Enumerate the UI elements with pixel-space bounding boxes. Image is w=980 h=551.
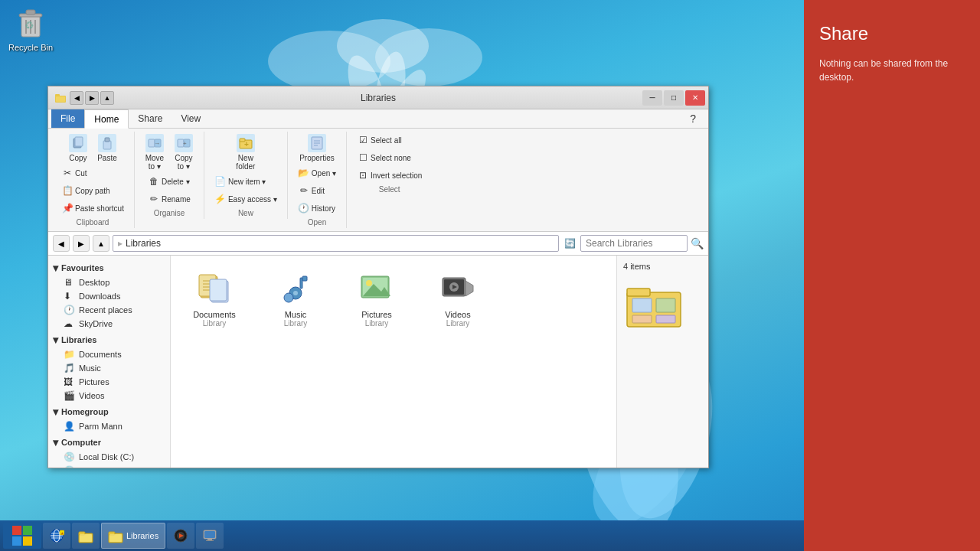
sidebar-item-parm-mann[interactable]: 👤 Parm Mann <box>48 419 170 433</box>
refresh-button[interactable]: 🔄 <box>562 236 577 251</box>
sidebar-item-local-disk-q[interactable]: 💿 Local Disk (Q:) <box>48 464 170 468</box>
tab-view[interactable]: View <box>172 109 210 128</box>
videos-library-icon <box>439 270 476 307</box>
libraries-taskbar-button[interactable]: Libraries <box>101 523 165 549</box>
sidebar-item-skydrive[interactable]: ☁ SkyDrive <box>48 317 170 331</box>
paste-button[interactable]: Paste <box>93 132 121 165</box>
title-bar-forward-btn[interactable]: ▶ <box>85 91 99 105</box>
search-input[interactable] <box>580 235 688 252</box>
sidebar-section-computer[interactable]: ▾ Computer <box>48 433 170 450</box>
computer-taskbar-button[interactable] <box>196 523 224 549</box>
move-to-button[interactable]: → Moveto ▾ <box>141 132 168 173</box>
sidebar-item-recent-places[interactable]: 🕐 Recent places <box>48 303 170 317</box>
cut-button[interactable]: ✂ Cut <box>57 165 128 181</box>
library-items-grid: Documents Library Music <box>180 265 607 333</box>
history-button[interactable]: 🕐 History <box>294 200 340 217</box>
details-count: 4 items <box>623 262 702 271</box>
ribbon-tabs: File Home Share View ? <box>48 109 708 129</box>
title-bar-back-btn[interactable]: ◀ <box>70 91 83 105</box>
downloads-icon: ⬇ <box>64 291 76 302</box>
sidebar-section-libraries[interactable]: ▾ Libraries <box>48 331 170 347</box>
delete-button[interactable]: 🗑 Delete ▾ <box>144 173 194 190</box>
copy-button[interactable]: Copy <box>64 132 92 165</box>
svg-rect-18 <box>56 96 65 102</box>
library-item-videos[interactable]: Videos Library <box>423 265 492 333</box>
ribbon-group-open: Properties 📂 Open ▾ ✏ Edit 🕐 History <box>291 132 347 228</box>
properties-label: Properties <box>299 154 335 162</box>
library-item-documents[interactable]: Documents Library <box>180 265 249 333</box>
address-path[interactable]: ▸ Libraries <box>113 235 559 252</box>
ie-icon: ★ <box>49 528 64 543</box>
tab-home[interactable]: Home <box>84 109 129 129</box>
rename-button[interactable]: ✏ Rename <box>144 191 194 207</box>
disk-c-icon: 💿 <box>64 452 76 462</box>
title-bar-up-btn[interactable]: ▲ <box>100 91 114 105</box>
back-button[interactable]: ◀ <box>53 235 70 252</box>
select-none-button[interactable]: ☐ Select none <box>353 149 426 166</box>
explorer-window: ◀ ▶ ▲ Libraries ─ □ ✕ File Home Share Vi… <box>47 86 709 468</box>
taskbar: ★ Libraries <box>0 520 804 551</box>
svg-rect-20 <box>75 137 83 146</box>
sidebar-section-homegroup[interactable]: ▾ Homegroup <box>48 403 170 419</box>
up-button[interactable]: ▲ <box>93 235 109 252</box>
library-item-music[interactable]: Music Library <box>261 265 330 333</box>
sidebar-section-favourites[interactable]: ▾ Favourites <box>48 259 170 276</box>
sidebar-item-local-disk-c[interactable]: 💿 Local Disk (C:) <box>48 450 170 464</box>
recycle-bin[interactable]: ♻ Recycle Bin <box>8 8 54 52</box>
tab-file[interactable]: File <box>51 109 84 128</box>
invert-selection-button[interactable]: ⊡ Invert selection <box>353 167 426 184</box>
file-explorer-taskbar-button[interactable] <box>72 523 100 549</box>
documents-icon: 📁 <box>64 349 76 360</box>
computer-taskbar-icon <box>202 528 217 543</box>
sidebar-item-documents[interactable]: 📁 Documents <box>48 347 170 361</box>
svg-text:+: + <box>244 140 249 148</box>
libraries-chevron-icon: ▾ <box>53 334 58 346</box>
new-item-button[interactable]: 📄 New item ▾ <box>211 173 281 190</box>
copy-path-button[interactable]: 📋 Copy path <box>57 182 128 199</box>
copy-to-button[interactable]: + Copyto ▾ <box>170 132 198 173</box>
select-all-label: Select all <box>371 136 402 145</box>
tab-share[interactable]: Share <box>129 109 172 128</box>
sidebar-item-downloads[interactable]: ⬇ Downloads <box>48 289 170 303</box>
properties-button[interactable]: Properties <box>296 132 338 165</box>
svg-rect-86 <box>207 539 212 540</box>
paste-shortcut-button[interactable]: 📌 Paste shortcut <box>57 200 128 217</box>
open-button[interactable]: 📂 Open ▾ <box>294 165 340 181</box>
select-all-button[interactable]: ☑ Select all <box>353 132 426 148</box>
delete-icon: 🗑 <box>148 175 160 187</box>
copy-path-icon: 📋 <box>61 184 74 197</box>
sidebar-item-music[interactable]: 🎵 Music <box>48 361 170 375</box>
minimize-button[interactable]: ─ <box>642 90 662 106</box>
open-small-buttons: 📂 Open ▾ ✏ Edit 🕐 History <box>294 165 340 217</box>
library-item-pictures[interactable]: Pictures Library <box>342 265 411 333</box>
content-pane: Documents Library Music <box>171 256 616 468</box>
copy-to-label: Copyto ▾ <box>175 154 192 171</box>
ribbon-content: Copy Paste ✂ Cut 📋 <box>48 129 708 231</box>
sidebar-item-recent-places-label: Recent places <box>79 305 132 315</box>
svg-rect-22 <box>105 138 109 142</box>
recycle-bin-label: Recycle Bin <box>8 43 53 52</box>
svg-rect-65 <box>23 526 32 535</box>
sidebar-item-videos[interactable]: 🎬 Videos <box>48 389 170 403</box>
videos-icon: 🎬 <box>64 390 76 401</box>
move-to-icon: → <box>145 134 164 152</box>
ribbon-group-select: ☑ Select all ☐ Select none ⊡ Invert sele… <box>350 132 432 195</box>
sidebar-item-desktop[interactable]: 🖥 Desktop <box>48 276 170 289</box>
media-player-icon <box>173 528 188 543</box>
sidebar-item-pictures[interactable]: 🖼 Pictures <box>48 375 170 389</box>
media-player-taskbar-button[interactable] <box>167 523 194 549</box>
help-button[interactable]: ? <box>681 109 705 128</box>
rename-label: Rename <box>162 195 191 204</box>
edit-button[interactable]: ✏ Edit <box>294 182 340 199</box>
start-button[interactable] <box>3 523 41 549</box>
new-folder-button[interactable]: + Newfolder <box>232 132 260 173</box>
close-button[interactable]: ✕ <box>685 90 705 106</box>
title-bar: ◀ ▶ ▲ Libraries ─ □ ✕ <box>48 86 708 109</box>
ie-taskbar-button[interactable]: ★ <box>43 523 70 549</box>
delete-label: Delete ▾ <box>162 178 190 186</box>
maximize-button[interactable]: □ <box>664 90 684 106</box>
search-button[interactable]: 🔍 <box>691 237 704 249</box>
svg-rect-21 <box>103 141 111 149</box>
easy-access-button[interactable]: ⚡ Easy access ▾ <box>211 191 281 207</box>
forward-button[interactable]: ▶ <box>73 235 90 252</box>
